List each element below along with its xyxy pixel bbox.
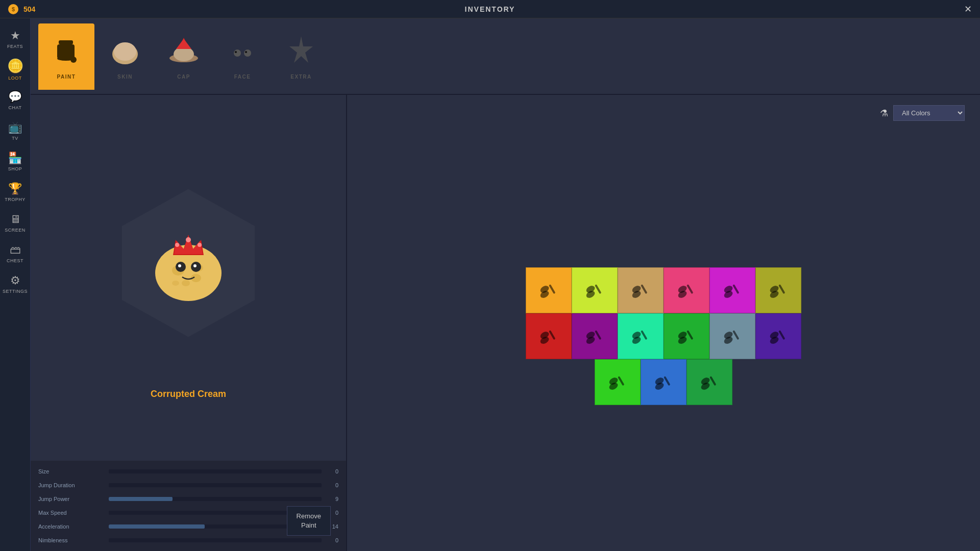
svg-rect-60 — [778, 330, 785, 340]
paint-swatch-purple[interactable] — [572, 313, 618, 359]
paint-swatch-violet[interactable] — [755, 313, 801, 359]
sidebar-item-tv[interactable]: 📺 TV — [0, 115, 31, 146]
brush-icon — [652, 372, 675, 392]
svg-point-20 — [178, 264, 181, 267]
stat-value: 9 — [326, 496, 338, 502]
svg-point-11 — [245, 51, 247, 53]
svg-rect-69 — [709, 376, 716, 386]
sidebar: ★ Feats 🪙 Loot 💬 Chat 📺 TV 🏪 Shop 🏆 Trop… — [0, 18, 31, 551]
paint-header: ⚗ All ColorsRedBlueGreenYellowOrangePurp… — [362, 105, 965, 121]
close-button[interactable]: ✕ — [964, 4, 972, 15]
paint-swatch-tan[interactable] — [618, 267, 664, 313]
coin-count: 504 — [23, 5, 35, 13]
sidebar-label-shop: Shop — [8, 166, 22, 171]
tab-cap-icon-wrapper — [163, 30, 204, 71]
stat-label: Size — [38, 468, 105, 474]
sidebar-item-screen[interactable]: 🖥 Screen — [0, 207, 31, 238]
tab-paint-label: PAINT — [57, 74, 76, 80]
svg-rect-42 — [778, 284, 785, 294]
titlebar: $ 504 INVENTORY ✕ — [0, 0, 980, 18]
brush-icon — [675, 326, 698, 346]
svg-point-9 — [244, 49, 251, 57]
stat-value: 0 — [326, 537, 338, 543]
tab-cap[interactable]: CAP — [156, 23, 212, 90]
paint-swatch-orange[interactable] — [526, 267, 572, 313]
paint-swatch-green[interactable] — [664, 313, 709, 359]
paint-swatch-red[interactable] — [526, 313, 572, 359]
svg-point-3 — [70, 57, 77, 63]
paint-swatch-bright-green[interactable] — [595, 359, 641, 405]
svg-rect-36 — [687, 284, 693, 294]
svg-rect-63 — [618, 376, 624, 386]
tab-skin[interactable]: SKIN — [97, 23, 153, 90]
svg-rect-27 — [549, 284, 555, 294]
svg-rect-1 — [57, 44, 75, 59]
sidebar-item-trophy[interactable]: 🏆 Trophy — [0, 177, 31, 207]
paint-swatch-teal[interactable] — [618, 313, 664, 359]
sidebar-item-shop[interactable]: 🏪 Shop — [0, 146, 31, 177]
stat-row-size: Size 0 — [38, 466, 338, 477]
sidebar-label-chest: Chest — [7, 258, 23, 263]
svg-point-5 — [114, 42, 136, 61]
paint-swatch-steel[interactable] — [709, 313, 755, 359]
stat-bar-fill — [109, 497, 173, 501]
paint-bucket-svg — [51, 35, 82, 66]
paint-row-1 — [526, 313, 801, 359]
stat-label: Acceleration — [38, 523, 105, 530]
sidebar-item-feats[interactable]: ★ Feats — [0, 23, 31, 54]
brush-icon — [537, 280, 560, 300]
svg-rect-39 — [732, 284, 739, 294]
paint-selection-panel: ⚗ All ColorsRedBlueGreenYellowOrangePurp… — [347, 95, 980, 551]
tab-extra[interactable]: EXTRA — [273, 23, 329, 90]
brush-icon — [629, 280, 652, 300]
stat-bar-fill — [109, 524, 205, 529]
remove-paint-button[interactable]: Remove Paint — [287, 506, 331, 536]
paint-swatch-olive[interactable] — [755, 267, 801, 313]
stat-label: Jump Power — [38, 496, 105, 502]
brush-icon — [675, 280, 698, 300]
paint-swatch-pink[interactable] — [664, 267, 709, 313]
window-title: INVENTORY — [465, 5, 516, 13]
titlebar-left: $ 504 — [8, 4, 35, 14]
character-panel: Corrupted Cream Remove Paint Size 0 Jump… — [31, 95, 347, 551]
svg-point-22 — [186, 237, 191, 242]
paint-swatch-blue[interactable] — [641, 359, 687, 405]
brush-icon — [537, 326, 560, 346]
sidebar-item-chat[interactable]: 💬 Chat — [0, 85, 31, 115]
paint-swatch-magenta[interactable] — [709, 267, 755, 313]
settings-icon: ⚙ — [10, 274, 20, 287]
character-name: Corrupted Cream — [151, 389, 226, 399]
tab-face[interactable]: FACE — [214, 23, 271, 90]
loot-icon: 🪙 — [7, 58, 23, 74]
sidebar-item-chest[interactable]: 🗃 Chest — [0, 238, 31, 268]
stat-value: 0 — [326, 482, 338, 488]
character-svg — [137, 212, 239, 314]
character-sprite — [137, 212, 239, 314]
tab-bar: PAINT SKIN — [31, 18, 980, 95]
stat-bar-bg — [109, 538, 322, 542]
brush-icon — [767, 280, 790, 300]
svg-point-15 — [182, 280, 190, 286]
sidebar-item-loot[interactable]: 🪙 Loot — [0, 54, 31, 85]
svg-point-23 — [175, 243, 179, 247]
svg-point-21 — [193, 264, 197, 267]
star-icon: ★ — [10, 29, 20, 42]
stat-bar-bg — [109, 483, 322, 487]
stat-row-jump-duration: Jump Duration 0 — [38, 480, 338, 491]
tab-face-icon-wrapper — [222, 30, 263, 71]
sidebar-item-settings[interactable]: ⚙ Settings — [0, 268, 31, 299]
chest-icon: 🗃 — [10, 243, 21, 257]
tab-extra-label: EXTRA — [290, 74, 311, 80]
tab-paint[interactable]: PAINT — [38, 23, 94, 90]
paint-row-2 — [595, 359, 732, 405]
coin-icon: $ — [8, 4, 18, 14]
main-layout: ★ Feats 🪙 Loot 💬 Chat 📺 TV 🏪 Shop 🏆 Trop… — [0, 18, 980, 551]
paint-row-0 — [526, 267, 801, 313]
svg-rect-0 — [59, 40, 73, 44]
stat-label: Max Speed — [38, 510, 105, 516]
paint-swatch-emerald[interactable] — [687, 359, 732, 405]
face-svg — [225, 34, 260, 67]
color-filter-select[interactable]: All ColorsRedBlueGreenYellowOrangePurple — [893, 105, 965, 121]
tab-skin-label: SKIN — [117, 74, 133, 80]
paint-swatch-lime[interactable] — [572, 267, 618, 313]
